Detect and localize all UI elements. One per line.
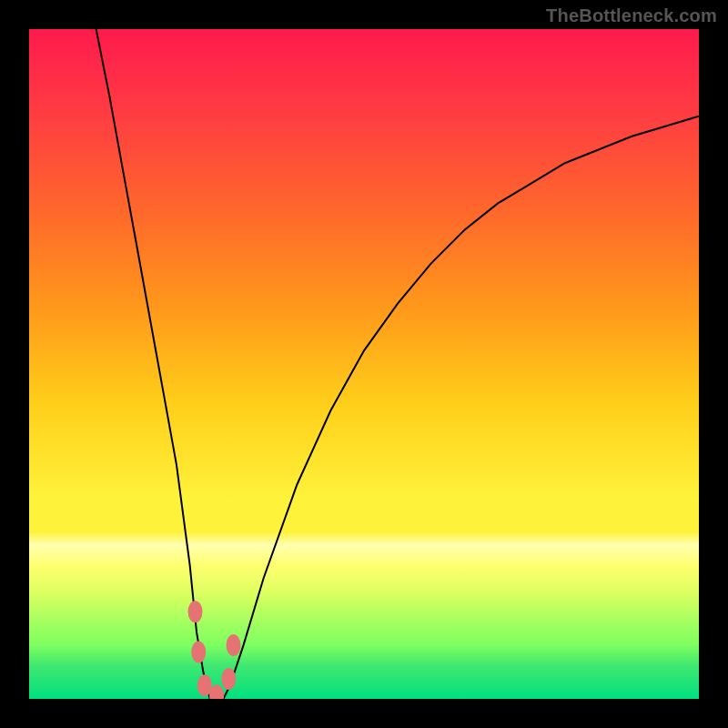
- curve-marker: [221, 668, 236, 690]
- curve-marker: [227, 634, 241, 656]
- watermark-text: TheBottleneck.com: [546, 5, 717, 26]
- plot-area: [29, 29, 699, 699]
- curve-marker: [191, 642, 206, 663]
- bottleneck-curve: [96, 29, 699, 699]
- curve-markers: [188, 601, 241, 699]
- curve-svg: [29, 29, 699, 699]
- chart-frame: TheBottleneck.com: [0, 0, 728, 728]
- curve-marker: [188, 601, 203, 622]
